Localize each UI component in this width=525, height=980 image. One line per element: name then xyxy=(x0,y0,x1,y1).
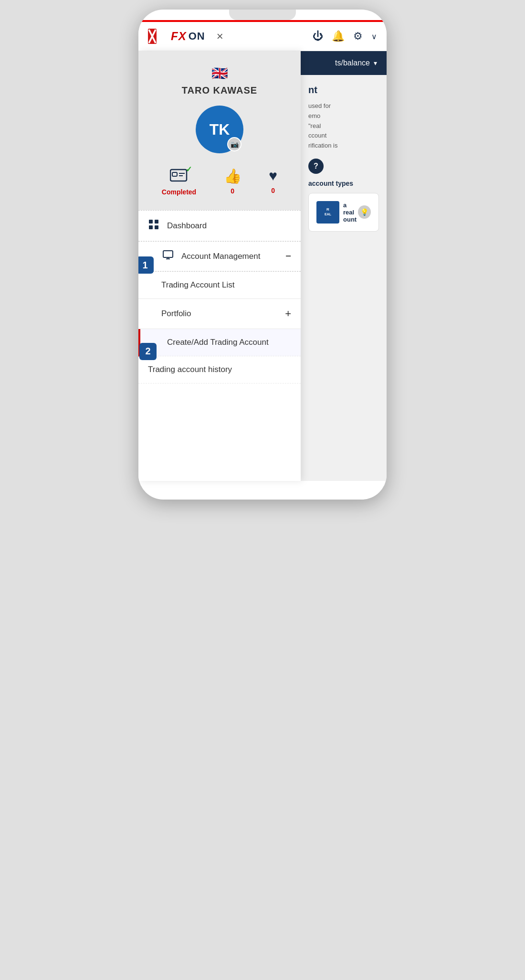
flag-icon: 🇬🇧 xyxy=(211,65,228,81)
completed-label: Completed xyxy=(162,188,196,196)
right-panel: ts/balance ▾ nt used foremo"realccountri… xyxy=(301,51,387,481)
svg-rect-4 xyxy=(172,172,177,176)
header-chevron-icon[interactable]: ∨ xyxy=(371,32,377,41)
portfolio-label: Portfolio xyxy=(161,309,277,319)
right-panel-header: ts/balance ▾ xyxy=(301,51,387,75)
avatar-container: TK 📷 xyxy=(196,106,243,153)
create-account-section: 2 Create/Add Trading Account xyxy=(138,329,301,356)
trading-history-label: Trading account history xyxy=(148,365,291,374)
account-management-section: 1 Account Management − xyxy=(138,242,301,271)
stat-thumbsup: 👍 0 xyxy=(224,168,242,196)
sidebar: 🇬🇧 TARO KAWASE TK 📷 xyxy=(138,51,301,481)
header-icons: ⏻ 🔔 ⚙ ∨ xyxy=(313,30,377,43)
sidebar-item-portfolio[interactable]: Portfolio + xyxy=(138,299,301,329)
heart-value: 0 xyxy=(271,187,275,194)
step-badge-2: 2 xyxy=(139,343,157,360)
create-trading-account-label: Create/Add Trading Account xyxy=(167,338,291,347)
logo-text: FXON xyxy=(171,30,205,43)
account-text: a real ount xyxy=(343,202,358,223)
close-button[interactable]: × xyxy=(217,30,223,43)
checkmark-icon: ✓ xyxy=(186,165,192,174)
content-area: 🇬🇧 TARO KAWASE TK 📷 xyxy=(138,51,387,481)
grid-icon xyxy=(148,219,159,230)
right-panel-title: nt xyxy=(308,85,379,96)
account-card-content: R EAL a real ount xyxy=(316,201,358,224)
phone-notch xyxy=(229,10,296,20)
logo-area: FXON × xyxy=(148,29,223,44)
trading-account-list-label: Trading Account List xyxy=(161,280,291,290)
svg-rect-7 xyxy=(149,220,153,224)
sidebar-item-dashboard[interactable]: Dashboard xyxy=(138,211,301,241)
power-icon[interactable]: ⏻ xyxy=(313,30,323,43)
profile-section: 🇬🇧 TARO KAWASE TK 📷 xyxy=(138,51,301,210)
svg-rect-3 xyxy=(170,170,187,181)
plus-icon[interactable]: + xyxy=(285,308,291,320)
step-badge-1: 1 xyxy=(138,256,154,274)
svg-text:R: R xyxy=(326,207,329,212)
svg-text:EAL: EAL xyxy=(325,213,332,216)
bell-icon[interactable]: 🔔 xyxy=(332,30,345,43)
svg-rect-11 xyxy=(163,251,173,257)
monitor-svg xyxy=(163,250,173,260)
stat-verification: ✓ Completed xyxy=(162,168,196,196)
dashboard-label: Dashboard xyxy=(167,221,291,231)
balance-label: ts/balance xyxy=(335,59,370,67)
question-icon[interactable]: ? xyxy=(308,159,324,174)
sidebar-item-trading-account-list[interactable]: Trading Account List xyxy=(138,272,301,299)
collapse-icon[interactable]: − xyxy=(285,251,291,262)
monitor-icon xyxy=(162,250,174,262)
app-header: FXON × ⏻ 🔔 ⚙ ∨ xyxy=(138,22,387,51)
phone-frame: FXON × ⏻ 🔔 ⚙ ∨ 🇬🇧 TARO KAWASE TK 📷 xyxy=(138,10,387,500)
thumbsup-icon: 👍 xyxy=(224,168,242,184)
header-dropdown-icon[interactable]: ▾ xyxy=(374,59,377,67)
account-text-2: ount xyxy=(343,216,358,223)
user-name: TARO KAWASE xyxy=(182,85,257,96)
id-card-icon: ✓ xyxy=(170,168,188,185)
thumbsup-value: 0 xyxy=(231,187,234,195)
sidebar-item-create-trading-account[interactable]: Create/Add Trading Account xyxy=(138,329,301,356)
svg-rect-10 xyxy=(155,225,158,229)
bulb-icon: 💡 xyxy=(358,205,371,219)
camera-icon[interactable]: 📷 xyxy=(227,137,242,151)
sidebar-item-trading-history[interactable]: Trading account history xyxy=(138,356,301,383)
account-types-label: account types xyxy=(308,180,379,187)
account-card: R EAL a real ount 💡 xyxy=(308,193,379,232)
desc-line-1: used foremo"realccountrification is xyxy=(308,102,337,149)
stats-row: ✓ Completed 👍 0 ♥ 0 xyxy=(148,163,291,201)
svg-rect-9 xyxy=(149,225,153,229)
stat-heart: ♥ 0 xyxy=(269,168,277,196)
svg-rect-14 xyxy=(322,204,334,219)
right-panel-description: used foremo"realccountrification is xyxy=(308,101,379,151)
gear-icon[interactable]: ⚙ xyxy=(353,30,363,43)
dashboard-icon xyxy=(148,219,159,232)
right-content: nt used foremo"realccountrification is ?… xyxy=(301,75,387,247)
account-management-label: Account Management xyxy=(181,252,278,261)
sidebar-item-account-management[interactable]: Account Management − xyxy=(138,242,301,271)
heart-icon: ♥ xyxy=(269,168,277,184)
svg-rect-8 xyxy=(155,220,158,224)
real-badge: R EAL xyxy=(316,201,339,224)
account-text-1: a real xyxy=(343,202,358,216)
real-badge-icon: R EAL xyxy=(321,204,335,219)
fxon-logo-icon xyxy=(148,29,166,44)
